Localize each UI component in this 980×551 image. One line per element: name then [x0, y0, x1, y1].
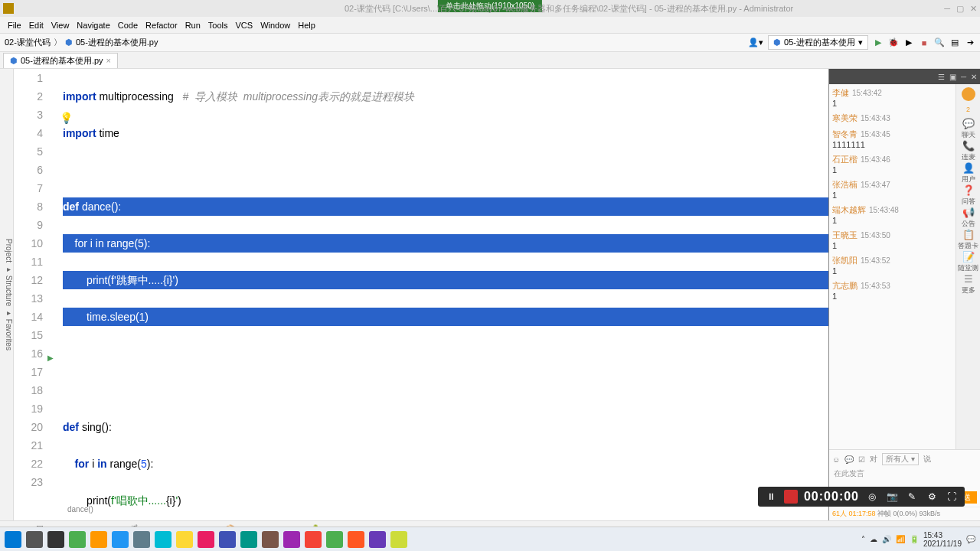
- taskbar-app[interactable]: [198, 531, 214, 548]
- menu-file[interactable]: File: [5, 19, 24, 31]
- rec-target-icon[interactable]: ◎: [865, 490, 879, 504]
- chat-message: 端木越辉15:43:481: [832, 204, 952, 225]
- chat-close-icon[interactable]: ✕: [971, 73, 977, 81]
- tray-chevron-icon[interactable]: ˄: [861, 535, 865, 543]
- breadcrumb-file[interactable]: 05-进程的基本使用.py: [76, 37, 158, 48]
- run-with-coverage-button[interactable]: ▶: [903, 37, 914, 48]
- tray-icon[interactable]: 📶: [896, 535, 905, 543]
- chat-side-item[interactable]: ☰更多: [958, 273, 978, 295]
- taskbar-app[interactable]: [369, 531, 386, 548]
- menu-help[interactable]: Help: [295, 19, 318, 31]
- menu-navigate[interactable]: Navigate: [74, 19, 113, 31]
- taskbar-app[interactable]: [155, 531, 172, 548]
- debug-button[interactable]: 🐞: [888, 37, 899, 48]
- maximize-icon[interactable]: ▢: [956, 4, 964, 14]
- chat-side-item[interactable]: ❓问答: [958, 184, 978, 207]
- chat-panel: ☰ ▣ ─ ✕ 李健15:43:421寒美荣15:43:43智冬青15:43:4…: [828, 69, 980, 520]
- recipient-select[interactable]: 所有人 ▾: [882, 453, 919, 465]
- tray-icon[interactable]: 🔋: [910, 535, 919, 543]
- menu-vcs[interactable]: VCS: [233, 19, 256, 31]
- tray-icon[interactable]: ☁: [870, 535, 877, 543]
- menu-tools[interactable]: Tools: [205, 19, 231, 31]
- notification-icon[interactable]: 💬: [966, 535, 975, 543]
- menu-edit[interactable]: Edit: [26, 19, 47, 31]
- tab-file[interactable]: ⬢ 05-进程的基本使用.py ×: [3, 53, 118, 68]
- menu-view[interactable]: View: [48, 19, 73, 31]
- rec-pen-icon[interactable]: ✎: [905, 490, 919, 504]
- chat-stats: 61人 01:17:58 神帧 0(0.0%) 93kB/s: [829, 507, 980, 520]
- taskbar-app[interactable]: [262, 531, 279, 548]
- app-icon: [3, 3, 14, 14]
- checkbox-icon[interactable]: ☑: [858, 455, 865, 464]
- code-area[interactable]: import multiprocessing # 导入模块 multiproce…: [51, 69, 828, 520]
- rec-expand-icon[interactable]: ⛶: [945, 490, 959, 504]
- windows-taskbar[interactable]: ˄ ☁ 🔊 📶 🔋 15:432021/11/19 💬: [0, 527, 980, 551]
- chat-message: 寒美荣15:43:43: [832, 112, 952, 124]
- record-icon[interactable]: [784, 490, 798, 504]
- chat-side-item[interactable]: 👤用户: [958, 162, 978, 184]
- tab-close-icon[interactable]: ×: [106, 56, 111, 65]
- window-title: 02-课堂代码 [C:\Users\...\百六-57期\day07-web服务…: [345, 3, 793, 15]
- project-tool-strip[interactable]: Project ▸ Structure ▸ Favorites: [0, 69, 14, 520]
- tray-icon[interactable]: 🔊: [882, 535, 891, 543]
- chat-side-item[interactable]: 📞连麦: [958, 140, 978, 162]
- gutter-run-icon[interactable]: ▶: [47, 349, 54, 367]
- chat-minimize-icon[interactable]: ─: [961, 73, 966, 81]
- system-tray[interactable]: ˄ ☁ 🔊 📶 🔋 15:432021/11/19 💬: [861, 531, 975, 548]
- run-config-select[interactable]: ⬢ 05-进程的基本使用▾: [768, 35, 868, 50]
- chat-restore-icon[interactable]: ▣: [949, 73, 956, 81]
- code-editor[interactable]: 💡 123456789101112131415 16▶ 171819202122…: [14, 69, 828, 520]
- taskbar-app[interactable]: [47, 531, 64, 548]
- taskbar-app[interactable]: [112, 531, 129, 548]
- rec-gear-icon[interactable]: ⚙: [925, 490, 939, 504]
- taskbar-app[interactable]: [219, 531, 236, 548]
- chat-side-item[interactable]: 📋答题卡: [958, 229, 978, 251]
- chat-side-item[interactable]: 📝随堂测: [958, 251, 978, 273]
- pause-icon[interactable]: ⏸: [764, 490, 778, 504]
- start-button[interactable]: [5, 531, 21, 548]
- avatar[interactable]: [962, 87, 975, 101]
- stop-button[interactable]: ■: [919, 37, 929, 48]
- chat-side-item[interactable]: 💬聊天: [958, 118, 978, 140]
- taskbar-app[interactable]: [326, 531, 343, 548]
- taskbar-app[interactable]: [305, 531, 322, 548]
- run-button[interactable]: ▶: [873, 37, 884, 48]
- screen-recorder[interactable]: ⏸ 00:00:00 ◎ 📷 ✎ ⚙ ⛶: [758, 487, 965, 507]
- chat-bubble-icon[interactable]: 💬: [844, 455, 854, 464]
- clock[interactable]: 15:432021/11/19: [923, 531, 962, 548]
- taskbar-app[interactable]: [90, 531, 107, 548]
- chat-menu-icon[interactable]: ☰: [938, 73, 945, 81]
- menu-refactor[interactable]: Refactor: [142, 19, 181, 31]
- menu-run[interactable]: Run: [182, 19, 204, 31]
- chat-side-item[interactable]: 📢公告: [958, 207, 978, 229]
- emoji-icon[interactable]: ☺: [832, 455, 840, 464]
- taskbar-app[interactable]: [176, 531, 193, 548]
- search-icon[interactable]: 🔍: [934, 37, 945, 48]
- taskbar-app[interactable]: [69, 531, 86, 548]
- rec-camera-icon[interactable]: 📷: [885, 490, 899, 504]
- window-titlebar: 单击此处拖动(1910x1050) 02-课堂代码 [C:\Users\...\…: [0, 0, 980, 17]
- taskbar-app[interactable]: [240, 531, 257, 548]
- chat-messages[interactable]: 李健15:43:421寒美荣15:43:43智冬青15:43:451111111…: [829, 84, 956, 449]
- taskbar-app[interactable]: [348, 531, 364, 548]
- menu-code[interactable]: Code: [115, 19, 141, 31]
- line-gutter[interactable]: 123456789101112131415 16▶ 17181920212223: [14, 69, 51, 520]
- taskbar-app[interactable]: [390, 531, 407, 548]
- more-icon[interactable]: ➔: [965, 37, 975, 48]
- minimize-icon[interactable]: ─: [944, 4, 950, 14]
- settings-icon[interactable]: ▤: [949, 37, 960, 48]
- breadcrumb-root[interactable]: 02-课堂代码: [5, 37, 51, 48]
- main-menu: File Edit View Navigate Code Refactor Ru…: [0, 17, 980, 34]
- chat-input[interactable]: 在此发言: [832, 467, 977, 488]
- taskbar-app[interactable]: [26, 531, 43, 548]
- intention-bulb-icon[interactable]: 💡: [60, 109, 73, 127]
- taskbar-app[interactable]: [283, 531, 300, 548]
- close-icon[interactable]: ✕: [970, 4, 977, 14]
- editor-breadcrumb[interactable]: dance(): [67, 500, 93, 519]
- record-timer: 00:00:00: [804, 490, 859, 504]
- breadcrumb[interactable]: 02-课堂代码 〉 ⬢ 05-进程的基本使用.py: [5, 37, 158, 48]
- menu-window[interactable]: Window: [257, 19, 293, 31]
- taskbar-app[interactable]: [133, 531, 150, 548]
- user-icon[interactable]: 👤▾: [748, 37, 763, 47]
- chat-message: 张浩楠15:43:471: [832, 179, 952, 200]
